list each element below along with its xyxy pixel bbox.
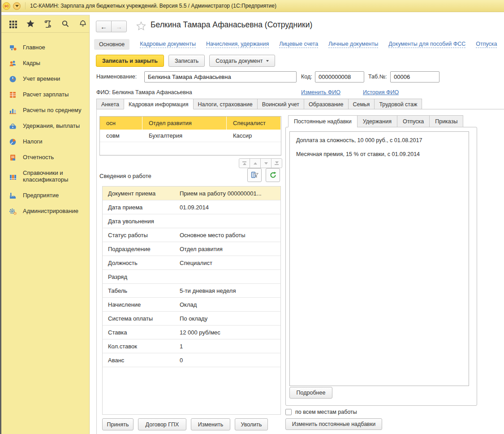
sidebar-item-administrirovanie[interactable]: Администрирование (1, 204, 89, 219)
titlebar-divider (25, 2, 26, 9)
tab-uderzhaniya[interactable]: Удержания (357, 115, 397, 127)
link-lichnye-dokumenty[interactable]: Личные документы (328, 41, 378, 48)
window-title: 1С-КАМИН: Зарплата для бюджетных учрежде… (30, 3, 276, 9)
sidebar-item-uchet-vremeni[interactable]: Учет времени (1, 71, 89, 87)
tab-semya[interactable]: Семья (348, 99, 375, 109)
tabnum-input[interactable] (390, 71, 439, 82)
back-button[interactable]: ← (96, 21, 112, 32)
page-title: Белкина Тамара Афанасьевна (Сотрудники) (151, 20, 312, 30)
bar-chart-icon (9, 107, 17, 114)
row-label: Дата увольнения (103, 218, 180, 225)
tab-prikazy[interactable]: Приказы (429, 115, 463, 127)
table-row[interactable]: Дата приема01.09.2014 (103, 200, 280, 214)
tab-nalogi-strahovanie[interactable]: Налоги, страхование (193, 99, 258, 109)
row-value: 01.09.2014 (180, 204, 280, 211)
table-row[interactable] (100, 142, 281, 155)
table-row[interactable]: Ставка12 000 руб/мес (103, 326, 280, 339)
tab-kadrovaya-informaciya[interactable]: Кадровая информация (124, 99, 194, 109)
move-bottom-button[interactable] (271, 158, 282, 168)
row-label: Система оплаты (103, 315, 180, 322)
row-label: Табель (103, 287, 180, 294)
tab-postoyannye-nadbavki[interactable]: Постоянные надбавки (288, 115, 358, 127)
create-document-label: Создать документ (215, 58, 263, 64)
link-otpuska[interactable]: Отпуска (476, 41, 497, 48)
gph-contract-button[interactable]: Договор ГПХ (138, 418, 186, 430)
link-kadrovye-dokumenty[interactable]: Кадровые документы (140, 41, 196, 48)
table-row[interactable]: Дата увольнения (103, 214, 280, 228)
favorites-star-icon[interactable] (26, 19, 35, 28)
sidebar-item-otchetnost[interactable]: Отчетность (1, 150, 89, 165)
sidebar-item-label: Кадры (23, 60, 40, 67)
sidebar-item-kadry[interactable]: Кадры (1, 56, 89, 71)
all-workplaces-row: по всем местам работы (285, 409, 357, 415)
table-row[interactable]: Разряд (103, 270, 280, 284)
table-row[interactable]: ДолжностьСпециалист (103, 256, 280, 270)
sidebar-item-nalogi[interactable]: Налоги (1, 134, 89, 150)
code-input[interactable] (315, 71, 364, 82)
table-row[interactable]: Статус работыОсновное место работы (103, 228, 280, 242)
all-workplaces-checkbox[interactable] (285, 409, 292, 415)
table-row[interactable]: осн Отдел развития Специалист (100, 117, 281, 130)
main-menu-button[interactable] (13, 2, 21, 10)
sidebar-item-label: Главное (23, 44, 45, 51)
list-item[interactable]: Доплата за сложность, 10 000 руб., с 01.… (296, 137, 469, 143)
row-value: 0 (180, 357, 280, 364)
sidebar-item-predpriyatie[interactable]: Предприятие (1, 188, 89, 204)
search-icon[interactable] (61, 19, 70, 28)
tab-trudovoy-stazh[interactable]: Трудовой стаж (374, 99, 422, 109)
app-logo-icon[interactable]: 1С (3, 2, 10, 10)
name-input[interactable] (144, 71, 297, 82)
all-workplaces-label: по всем местам работы (295, 409, 357, 415)
chevron-down-icon (15, 5, 19, 7)
list-item[interactable]: Месячная премия, 15 % от ставки, с 01.09… (296, 151, 469, 157)
hire-button[interactable]: Принять (102, 418, 134, 430)
table-row[interactable]: ПодразделениеОтдел развития (103, 242, 280, 256)
notifications-bell-icon[interactable] (78, 19, 87, 28)
details-button[interactable]: Подробнее (289, 387, 332, 399)
create-document-button[interactable]: Создать документ (209, 55, 275, 67)
menu-grid-icon[interactable] (9, 19, 17, 28)
allowances-list[interactable]: Доплата за сложность, 10 000 руб., с 01.… (289, 131, 469, 386)
refresh-button[interactable] (266, 168, 280, 182)
sidebar-nav: Главное Кадры Учет времени Расчет зарпла… (1, 33, 89, 219)
link-licevye-scheta[interactable]: Лицевые счета (279, 41, 318, 48)
favorite-star-icon[interactable] (136, 21, 146, 32)
sidebar-item-raschety-po-srednemu[interactable]: Расчеты по среднему (1, 103, 89, 118)
tab-otpuska[interactable]: Отпуска (397, 115, 430, 127)
save-button[interactable]: Записать (168, 55, 205, 67)
row-value: Специалист (180, 260, 280, 266)
link-osnovnoe[interactable]: Основное (94, 39, 129, 50)
tab-voinskiy-uchet[interactable]: Воинский учет (257, 99, 304, 109)
edit-allowances-button[interactable]: Изменить постоянные надбавки (285, 418, 382, 430)
sidebar-item-spravochniki[interactable]: Справочники и классификаторы (1, 165, 89, 188)
move-down-button[interactable] (260, 158, 271, 168)
link-dokumenty-fss[interactable]: Документы для пособий ФСС (388, 41, 465, 48)
history-scroll-icon[interactable] (43, 19, 52, 28)
filter-settings-button[interactable] (247, 168, 262, 182)
tab-anketa[interactable]: Анкета (96, 99, 124, 109)
sidebar-item-glavnoe[interactable]: Главное (1, 40, 89, 56)
history-fio-link[interactable]: История ФИО (363, 89, 399, 95)
job-position-cell (227, 142, 281, 155)
move-top-button[interactable] (239, 158, 250, 168)
move-up-button[interactable] (250, 158, 261, 168)
sidebar-item-label: Расчеты по среднему (23, 107, 81, 114)
table-row[interactable]: Документ приемаПрием на работу 000000001… (103, 187, 280, 200)
link-nachisleniya-uderzhaniya[interactable]: Начисления, удержания (206, 41, 269, 48)
sidebar-item-label: Справочники и классификаторы (23, 170, 86, 183)
window-titlebar: 1С 1С-КАМИН: Зарплата для бюджетных учре… (0, 0, 504, 12)
dismiss-button[interactable]: Уволить (235, 418, 268, 430)
table-row[interactable]: Табель5-ти дневная неделя (103, 284, 280, 298)
table-row[interactable]: НачислениеОклад (103, 298, 280, 312)
table-row[interactable]: Кол.ставок1 (103, 339, 280, 353)
change-button[interactable]: Изменить (191, 418, 230, 430)
save-close-button[interactable]: Записать и закрыть (96, 55, 164, 67)
table-row[interactable]: Аванс0 (103, 353, 280, 367)
table-row[interactable]: Система оплатыПо окладу (103, 312, 280, 326)
sidebar-item-raschet-zarplaty[interactable]: Расчет зарплаты (1, 87, 89, 103)
table-row[interactable]: совм Бухгалтерия Кассир (100, 130, 281, 143)
forward-button[interactable]: → (111, 21, 127, 32)
tab-obrazovanie[interactable]: Образование (304, 99, 348, 109)
sidebar-item-uderzhaniya-vyplaty[interactable]: Удержания, выплаты (1, 118, 89, 134)
change-fio-link[interactable]: Изменить ФИО (301, 89, 340, 95)
